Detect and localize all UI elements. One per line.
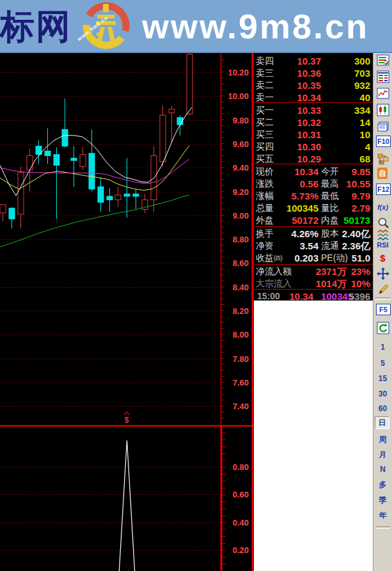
svg-text:8.40: 8.40 (233, 283, 249, 292)
period-day-button[interactable]: 日 (375, 416, 389, 429)
period-year-button[interactable]: 年 (375, 508, 391, 523)
toolbar-divider (375, 526, 390, 529)
draw-pencil-icon[interactable] (375, 282, 391, 297)
formula-fx-icon[interactable]: f(x) (375, 199, 391, 215)
svg-text:0.80: 0.80 (233, 462, 249, 472)
period-month-button[interactable]: 月 (375, 447, 391, 462)
sell-row-4[interactable]: 卖四10.37300 (256, 55, 370, 67)
quote-row-networth-float: 净资3.54流通2.36亿 (256, 240, 370, 252)
period-n-button[interactable]: N (375, 462, 391, 477)
buy-row-1[interactable]: 买一10.33334 (256, 104, 370, 116)
period-1min-button[interactable]: 1 (375, 340, 391, 355)
buy-row-4[interactable]: 买四10.304 (256, 141, 370, 153)
period-15min-button[interactable]: 15 (375, 371, 391, 386)
svg-text:0.20: 0.20 (233, 545, 249, 555)
divider (254, 164, 373, 164)
quote-row-pct-low: 涨幅5.73%最低9.79 (256, 190, 370, 202)
svg-text:8.60: 8.60 (233, 258, 249, 268)
quote-panel: 卖四10.37300 卖三10.36703 卖二10.35932 卖一10.34… (254, 52, 373, 301)
divider (254, 264, 373, 265)
flow-row-block: 大宗流入1014万10% (256, 278, 370, 290)
candlestick-chart[interactable]: 10.2010.009.809.609.409.209.008.808.608.… (0, 52, 254, 571)
self-selected-icon[interactable]: 自 (377, 168, 388, 179)
right-toolbar: F10 自 F12 f(x) RSI $ F5 1 5 15 30 60 日 周… (373, 52, 392, 571)
svg-text:9.20: 9.20 (233, 187, 249, 197)
svg-text:$: $ (125, 416, 129, 425)
banner-site-text: 标网 (0, 4, 72, 51)
quote-row-outer-inner: 外盘50172内盘50173 (256, 214, 370, 226)
svg-text:8.20: 8.20 (233, 306, 249, 316)
refresh-icon[interactable] (375, 320, 391, 336)
pages-icon[interactable] (375, 119, 391, 134)
f10-button[interactable]: F10 (376, 136, 391, 147)
svg-text:8.00: 8.00 (233, 330, 249, 340)
sector-tree-icon[interactable] (375, 152, 391, 167)
toolbar-divider (375, 297, 390, 300)
divider (254, 226, 373, 227)
report-table-icon[interactable] (375, 53, 391, 68)
svg-text:0.40: 0.40 (233, 518, 249, 528)
period-5min-button[interactable]: 5 (375, 356, 391, 371)
svg-text:10.00: 10.00 (228, 91, 249, 101)
quote-list-icon[interactable] (375, 69, 391, 84)
period-multi-button[interactable]: 多 (375, 477, 391, 492)
buy-row-2[interactable]: 买二10.3214 (256, 116, 370, 129)
quote-row-volume-ratio: 总量100345量比2.79 (256, 202, 370, 214)
svg-text:7.80: 7.80 (233, 354, 249, 364)
period-week-button[interactable]: 周 (375, 432, 391, 447)
svg-text:7.60: 7.60 (233, 378, 249, 387)
quote-row-change-high: 涨跌0.56最高10.55 (256, 178, 370, 190)
f5-button[interactable]: F5 (376, 304, 391, 315)
svg-text:10.20: 10.20 (228, 68, 249, 77)
svg-text:0.60: 0.60 (233, 490, 249, 499)
money-flow-icon[interactable]: $ (375, 250, 391, 265)
flow-row-net: 净流入额2371万23% (256, 265, 370, 278)
f12-button[interactable]: F12 (376, 184, 391, 195)
empty-panel-area (254, 301, 373, 571)
svg-text:9.40: 9.40 (233, 163, 249, 173)
move-cross-icon[interactable] (375, 266, 391, 281)
divider (254, 102, 373, 103)
sell-row-2[interactable]: 卖二10.35932 (256, 79, 370, 91)
quote-row-turnover-capital: 换手4.26%股本2.40亿 (256, 228, 370, 240)
ad-banner: 标网 www.9m8.cn www.9m8.cn (0, 0, 392, 53)
svg-text:9.80: 9.80 (233, 116, 249, 125)
svg-text:9.60: 9.60 (233, 139, 249, 149)
quote-row-eps-pe: 收益㈣0.203PE(动)51.0 (256, 252, 370, 264)
period-60min-button[interactable]: 60 (375, 401, 391, 416)
buy-row-3[interactable]: 买三10.3110 (256, 129, 370, 141)
svg-text:7.40: 7.40 (233, 402, 249, 411)
sell-row-3[interactable]: 卖三10.36703 (256, 67, 370, 79)
site-logo-icon (81, 1, 131, 51)
period-30min-button[interactable]: 30 (375, 386, 391, 402)
kline-chart-icon[interactable] (375, 102, 391, 118)
banner-url-text: www.9m8.cn (142, 6, 369, 46)
divider (254, 289, 373, 290)
period-season-button[interactable]: 季 (375, 492, 391, 508)
svg-text:8.80: 8.80 (233, 235, 249, 244)
intraday-chart-icon[interactable] (375, 86, 391, 101)
quote-row-price-open: 现价10.34今开9.85 (256, 166, 370, 178)
svg-text:9.00: 9.00 (233, 211, 249, 221)
